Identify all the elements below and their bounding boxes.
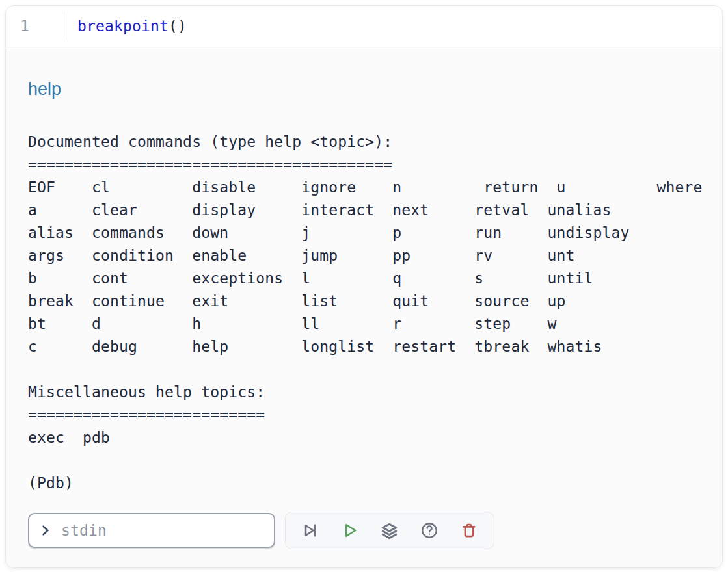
help-circle-icon — [420, 521, 438, 540]
console-output-area: help Documented commands (type help <top… — [6, 47, 722, 568]
layers-icon — [380, 521, 399, 540]
trash-icon — [460, 521, 478, 540]
line-number: 1 — [20, 15, 29, 38]
debug-toolbar — [285, 512, 494, 549]
line-number-gutter: 1 — [6, 6, 66, 47]
skip-forward-icon — [301, 521, 319, 540]
stack-button[interactable] — [370, 512, 410, 549]
play-icon — [341, 521, 359, 540]
stdin-input[interactable] — [60, 521, 265, 540]
debugger-card: 1 breakpoint() help Documented commands … — [5, 5, 723, 568]
pdb-help-output: Documented commands (type help <topic>):… — [28, 131, 700, 495]
code-editor: 1 breakpoint() — [6, 6, 722, 47]
help-button[interactable] — [409, 512, 449, 549]
chevron-right-icon — [38, 523, 53, 538]
code-line[interactable]: breakpoint() — [66, 12, 187, 40]
step-next-button[interactable] — [291, 512, 330, 549]
run-button[interactable] — [330, 512, 370, 549]
console-controls — [28, 512, 700, 549]
clear-button[interactable] — [449, 512, 489, 549]
code-paren-token: () — [169, 15, 187, 38]
echoed-command: help — [28, 80, 700, 98]
code-function-token: breakpoint — [77, 15, 169, 38]
stdin-input-box[interactable] — [28, 513, 275, 548]
